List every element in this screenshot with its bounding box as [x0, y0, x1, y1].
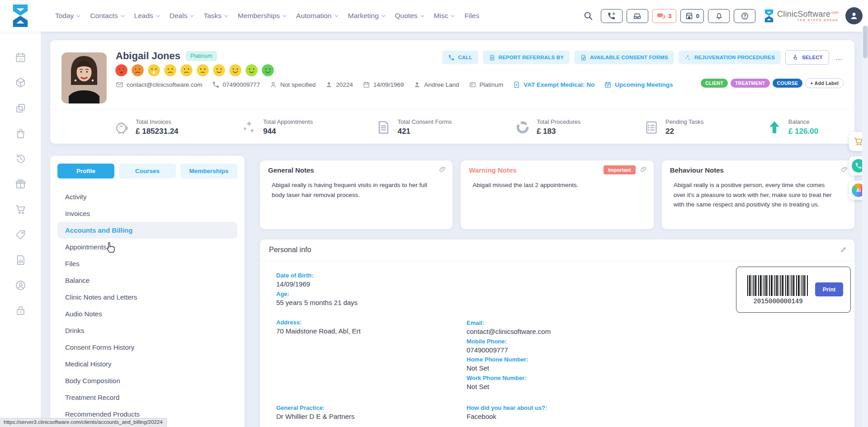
mood-face-smile[interactable]: [212, 64, 226, 77]
menu-item[interactable]: Audio Notes: [57, 305, 237, 322]
menu-item[interactable]: Drinks: [57, 322, 237, 339]
topbar-icon-button[interactable]: [734, 9, 755, 23]
label-pill[interactable]: CLIENT: [701, 79, 728, 88]
nav-item[interactable]: Today: [55, 12, 79, 20]
mood-face-grin[interactable]: [229, 64, 242, 77]
chevron-down-icon: [77, 13, 80, 17]
bag-icon[interactable]: [14, 127, 27, 140]
stat-item: Total Consent Forms 421: [375, 118, 452, 136]
topbar-icon-button[interactable]: [627, 9, 648, 23]
contact-item[interactable]: Upcoming Meetings: [604, 81, 673, 89]
menu-item[interactable]: Consent Forms History: [57, 339, 237, 356]
account-icon[interactable]: [14, 279, 27, 291]
menu-item[interactable]: Files: [57, 255, 237, 272]
cube-icon[interactable]: [14, 77, 27, 89]
info-field: Home Phone Number: Not Set: [467, 356, 657, 375]
print-button[interactable]: Print: [815, 282, 843, 296]
add-label-button[interactable]: + Add Label: [805, 78, 844, 88]
scrollbar-thumb[interactable]: [863, 26, 868, 58]
page-scrollbar[interactable]: [862, 26, 868, 427]
lock-icon[interactable]: [14, 305, 27, 317]
label-pill[interactable]: COURSE: [773, 79, 803, 88]
more-options-button[interactable]: ...: [834, 54, 844, 61]
label-pill[interactable]: TREATMENT: [731, 79, 770, 88]
mood-face-frown[interactable]: [164, 64, 177, 77]
contact-item[interactable]: Andree Land: [413, 81, 459, 89]
menu-item[interactable]: Invoices: [57, 205, 237, 222]
topbar-icon-button[interactable]: 0: [680, 9, 704, 23]
search-icon[interactable]: [583, 11, 593, 21]
action-button[interactable]: REJUVENATION PROCEDURES: [679, 51, 781, 64]
nav-item[interactable]: Marketing: [348, 12, 384, 20]
paperclip-icon[interactable]: [640, 166, 647, 173]
action-button[interactable]: REPORT REFERRALS BY: [483, 51, 570, 64]
paperclip-icon[interactable]: [841, 166, 848, 173]
action-button[interactable]: AVAILABLE CONSENT FORMS: [574, 51, 674, 64]
cal12-icon[interactable]: [14, 52, 27, 64]
topbar-icon-button[interactable]: 3: [652, 9, 676, 23]
gift-icon[interactable]: [14, 178, 27, 190]
tab[interactable]: Courses: [119, 164, 176, 178]
mood-face-sad[interactable]: [131, 64, 144, 77]
topbar-icon-button[interactable]: [601, 9, 623, 23]
contact-item[interactable]: VAT Exempt Medical: No: [513, 81, 594, 89]
brand-tagline: TEN STEPS AHEAD: [777, 19, 839, 22]
menu-item[interactable]: Medical History: [57, 356, 237, 372]
contact-item[interactable]: Not specified: [269, 81, 316, 89]
menu-item[interactable]: Clinic Notes and Letters: [57, 289, 237, 305]
menu-item[interactable]: Treatment Record: [57, 389, 237, 406]
chevron-down-icon: [420, 13, 424, 17]
brand-logo[interactable]: ClinicSoftware.com TEN STEPS AHEAD: [763, 9, 839, 23]
copy-icon[interactable]: [14, 102, 27, 114]
info-field: How did you hear about us?: Facebook: [467, 404, 657, 423]
user-avatar[interactable]: [845, 7, 863, 24]
nav-item[interactable]: Misc: [434, 12, 454, 20]
contact-item[interactable]: Platinum: [469, 81, 504, 89]
select-button[interactable]: SELECT: [785, 50, 829, 65]
mood-face-frown[interactable]: [180, 64, 193, 77]
menu-item[interactable]: Body Composition: [57, 372, 237, 389]
mood-face-grin[interactable]: [261, 64, 274, 77]
contact-item[interactable]: 20224: [325, 81, 353, 89]
tag-icon[interactable]: [14, 229, 27, 241]
menu-item[interactable]: Appointments: [57, 239, 237, 255]
app-logo-icon[interactable]: [10, 4, 31, 28]
help-icon: [741, 12, 749, 20]
action-button[interactable]: CALL: [442, 51, 478, 64]
contact-item[interactable]: contact@clinicsoftware.com: [116, 81, 203, 89]
personal-info-right-column: Email: contact@clinicsoftware.com Mobile…: [467, 272, 657, 423]
nav-item[interactable]: Memberships: [238, 12, 285, 20]
client-photo: [61, 52, 107, 103]
nav-item[interactable]: Automation: [296, 12, 337, 20]
topbar-icon-button[interactable]: [708, 9, 730, 23]
menu-item[interactable]: Balance: [57, 272, 237, 289]
chart-icon[interactable]: [14, 254, 27, 266]
divider: [260, 261, 854, 261]
mood-face-shock[interactable]: [115, 64, 128, 77]
nav-item[interactable]: Contacts: [90, 12, 123, 20]
nav-item[interactable]: Files: [464, 12, 479, 20]
mood-face-neutral[interactable]: [196, 64, 209, 77]
edit-pencil-icon[interactable]: [840, 246, 847, 253]
menu-item[interactable]: Activity: [57, 188, 237, 205]
contact-item[interactable]: 14/09/1969: [363, 81, 404, 89]
mood-face-smile[interactable]: [245, 64, 258, 77]
nav-item[interactable]: Tasks: [203, 12, 227, 20]
note-card: General Notes Abigail really is having f…: [260, 160, 453, 229]
tab[interactable]: Memberships: [180, 164, 237, 178]
tab[interactable]: Profile: [57, 164, 114, 178]
menu-item[interactable]: Accounts and Billing: [57, 222, 237, 239]
paperclip-icon[interactable]: [439, 166, 446, 173]
contact-item[interactable]: 07490009777: [212, 81, 260, 89]
chevron-down-icon: [335, 13, 338, 17]
bell-icon: [715, 12, 723, 20]
inbox-icon: [633, 12, 642, 20]
nav-item[interactable]: Deals: [170, 12, 193, 20]
mood-face-open[interactable]: [147, 64, 160, 77]
nav-item[interactable]: Quotes: [395, 12, 423, 20]
client-stats-row: Total Invoices £ 185231.24 Total Appoint…: [50, 109, 854, 136]
client-actions: CALL REPORT REFERRALS BY AVAILABLE CONSE…: [442, 50, 844, 65]
cart-icon[interactable]: [14, 203, 27, 216]
nav-item[interactable]: Leads: [134, 12, 159, 20]
history-icon[interactable]: [14, 153, 27, 165]
